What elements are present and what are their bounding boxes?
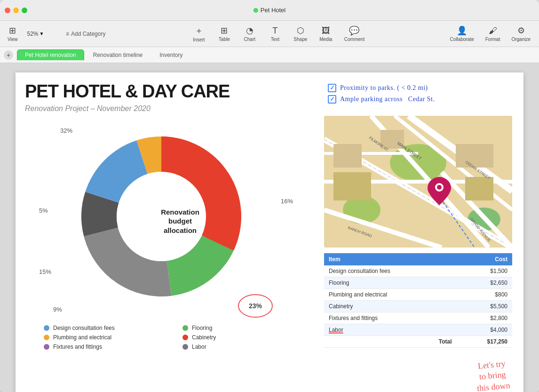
add-category-button[interactable]: ≡ Add Category [60,29,111,39]
legend-item-cabinetry: Cabinetry [182,334,307,341]
table-row: Labor$4,000 [324,324,512,336]
note-text-2: Ample parking across Cedar St. [340,96,435,103]
tab-inventory[interactable]: Inventory [151,49,190,60]
checkmark-1: ✓ [330,84,335,92]
total-value: $17,250 [457,336,512,348]
chart-legend: Design consultation fees Flooring Plumbi… [25,325,307,350]
map: FILMORE ST. MAIN STREET CEDAR STREET RAN… [324,116,512,248]
table-label: Table [219,37,230,42]
cell-cost: $5,500 [457,301,512,312]
legend-item-design: Design consultation fees [44,325,168,331]
title-bar: Pet Hotel [0,0,539,21]
checkbox-2[interactable]: ✓ [328,95,336,104]
labor-label: Labor [329,327,343,333]
left-panel: PET HOTEL & DAY CARE Renovation Project … [16,72,317,392]
document-area: PET HOTEL & DAY CARE Renovation Project … [0,63,539,392]
media-icon: 🖼 [322,26,330,36]
table-row: Plumbing and electrical$800 [324,289,512,301]
window: Pet Hotel ⊞ View 52% ▼ ≡ Add Category ＋ … [0,0,539,392]
view-button[interactable]: ⊞ View [4,24,22,44]
add-category-label: Add Category [71,31,105,37]
table-row: Cabinetry$5,500 [324,301,512,312]
chart-button[interactable]: ◔ Chart [238,24,262,44]
maximize-button[interactable] [22,8,27,13]
checkbox-1[interactable]: ✓ [328,84,336,92]
checkmark-2: ✓ [330,96,335,103]
format-button[interactable]: 🖌 Format [481,24,505,44]
pct-5: 5% [39,207,48,214]
legend-dot-flooring [182,325,188,331]
pin-dot [437,185,442,190]
legend-item-plumbing: Plumbing and electrical [44,334,168,341]
add-category-icon: ≡ [66,31,69,37]
organize-button[interactable]: ⚙ Organize [507,24,535,44]
zoom-chevron: ▼ [40,31,44,36]
page: PET HOTEL & DAY CARE Renovation Project … [16,72,523,392]
circle-annotation-svg: 23% [237,292,274,320]
col-header-cost: Cost [457,253,512,265]
legend-dot-plumbing [44,335,49,340]
shape-icon: ⬡ [297,25,304,36]
tab-bar: + Pet Hotel renovation Renovation timeli… [0,47,539,63]
cell-cost: $4,000 [457,324,512,336]
close-button[interactable] [5,8,10,13]
cell-cost: $800 [457,289,512,301]
insert-icon: ＋ [195,25,203,36]
right-panel: ✓ Proximity to parks. ( < 0.2 mi) ✓ Ampl… [317,72,523,392]
total-row: Total $17,250 [324,336,512,348]
block-1 [333,144,362,168]
chart-center-line2: allocation [164,226,197,234]
media-label: Media [319,37,332,42]
comment-icon: 💬 [349,25,359,36]
view-icon: ⊞ [9,25,16,36]
toolbar: ⊞ View 52% ▼ ≡ Add Category ＋ Insert ⊞ T… [0,21,539,47]
legend-label-plumbing: Plumbing and electrical [53,334,111,341]
media-button[interactable]: 🖼 Media [314,24,338,44]
zoom-value: 52% [27,31,39,37]
table-button[interactable]: ⊞ Table [213,24,236,44]
insert-label: Insert [193,37,205,42]
collaborate-icon: 👤 [457,25,467,36]
legend-label-flooring: Flooring [192,325,212,331]
legend-label-design: Design consultation fees [53,325,115,331]
block-4 [456,144,493,168]
add-tab-button[interactable]: + [4,50,13,60]
main-content: PET HOTEL & DAY CARE Renovation Project … [0,63,539,392]
total-label: Total [324,336,457,348]
tab-pet-hotel-renovation[interactable]: Pet Hotel renovation [17,49,84,60]
legend-dot-fixtures [44,344,49,350]
legend-label-fixtures: Fixtures and fittings [53,344,102,350]
page-subtitle: Renovation Project – November 2020 [25,104,307,113]
tab-renovation-timeline[interactable]: Renovation timeline [85,49,151,60]
shape-button[interactable]: ⬡ Shape [289,24,312,44]
format-label: Format [485,37,500,42]
cell-cost: $2,800 [457,312,512,324]
cell-item: Plumbing and electrical [324,289,457,301]
note-line-2: ✓ Ample parking across Cedar St. [328,95,512,104]
toolbar-center: ＋ Insert ⊞ Table ◔ Chart T Text ⬡ Shape … [111,23,445,44]
tab-label: Pet Hotel renovation [25,52,76,58]
zoom-button[interactable]: 52% ▼ [24,29,48,39]
cell-item: Labor [324,324,457,336]
collaborate-label: Collaborate [450,37,474,42]
text-button[interactable]: T Text [263,24,287,44]
organize-label: Organize [511,37,531,42]
collaborate-button[interactable]: 👤 Collaborate [445,24,479,44]
legend-dot-labor [182,344,188,350]
minimize-button[interactable] [13,8,19,13]
legend-item-fixtures: Fixtures and fittings [44,344,168,350]
insert-button[interactable]: ＋ Insert [187,23,211,44]
donut-chart[interactable]: 32% 5% 15% 9% 16% [34,122,298,320]
pct-9: 9% [53,306,62,313]
comment-button[interactable]: 💬 Comment [340,24,369,44]
chart-center-line1: Renovation budget [161,208,199,225]
format-icon: 🖌 [489,26,497,36]
table-row: Design consultation fees$1,500 [324,265,512,277]
chart-center-label: Renovation budget allocation [152,208,208,235]
traffic-lights [5,8,27,13]
tab-label: Renovation timeline [93,52,143,58]
handwritten-annotation: Let's tryto bringthis down [475,358,511,392]
data-table: Item Cost Design consultation fees$1,500… [324,253,512,348]
tab-label: Inventory [159,52,182,58]
map-svg: FILMORE ST. MAIN STREET CEDAR STREET RAN… [324,116,512,248]
